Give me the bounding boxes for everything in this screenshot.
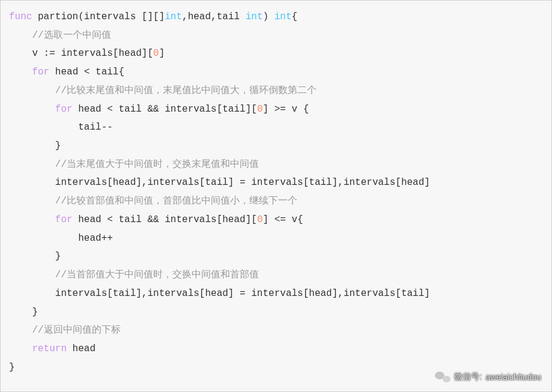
code-token-punct: partion(intervals [][] [32, 11, 165, 22]
code-token-type: int [246, 11, 263, 22]
code-line: } [9, 247, 543, 266]
code-token-ident: } [32, 307, 38, 318]
code-line: //比较首部值和中间值，首部值比中间值小，继续下一个 [9, 192, 543, 211]
code-line: //比较末尾值和中间值，末尾值比中间值大，循环倒数第二个 [9, 82, 543, 100]
code-token-ident: v := intervals[head][ [32, 48, 153, 59]
code-token-ident: head [67, 343, 96, 354]
code-token-punct: ,head,tail [182, 11, 246, 22]
code-block: func partion(intervals [][]int,head,tail… [0, 0, 552, 392]
code-token-comment: //当末尾值大于中间值时，交换末尾值和中间值 [55, 159, 259, 170]
code-token-kw: for [55, 214, 73, 225]
code-line: for head < tail{ [9, 63, 543, 82]
code-line: } [9, 137, 543, 155]
code-token-ident: intervals[tail],intervals[head] = interv… [55, 288, 430, 299]
code-token-type: int [165, 11, 182, 22]
code-token-ident: tail-- [78, 122, 113, 133]
watermark-label: 微信号: [454, 372, 482, 382]
wechat-icon [435, 370, 450, 384]
code-token-ident: intervals[head],intervals[tail] = interv… [55, 177, 430, 188]
code-line: //当首部值大于中间值时，交换中间值和首部值 [9, 266, 543, 285]
code-token-ident: } [9, 362, 15, 373]
code-line: tail-- [9, 118, 543, 137]
code-token-ident: } [55, 140, 61, 151]
code-lines: func partion(intervals [][]int,head,tail… [9, 8, 543, 376]
code-token-ident: ] [159, 48, 165, 59]
code-token-kw: for [32, 67, 49, 77]
code-token-kw: func [9, 11, 32, 22]
code-token-ident: ] >= v { [262, 104, 309, 115]
code-line: func partion(intervals [][]int,head,tail… [9, 8, 543, 26]
code-token-comment: //返回中间值的下标 [32, 325, 120, 336]
code-token-comment: //当首部值大于中间值时，交换中间值和首部值 [55, 270, 259, 280]
code-token-num: 0 [153, 48, 159, 59]
code-token-type: int [274, 11, 292, 22]
code-line: head++ [9, 229, 543, 248]
code-line: //当末尾值大于中间值时，交换末尾值和中间值 [9, 155, 543, 174]
code-line: v := intervals[head][0] [9, 44, 543, 63]
code-token-ident: ] <= v{ [262, 214, 303, 225]
code-token-ident: head < tail && intervals[tail][ [73, 104, 257, 115]
code-line: for head < tail && intervals[tail][0] >=… [9, 100, 543, 119]
code-token-kw: return [32, 343, 67, 354]
code-token-ident: head < tail && intervals[head][ [73, 214, 257, 225]
code-line: //选取一个中间值 [9, 26, 543, 45]
code-line: //返回中间值的下标 [9, 321, 543, 340]
code-line: intervals[head],intervals[tail] = interv… [9, 173, 543, 192]
code-token-kw: for [55, 104, 73, 115]
code-token-punct: { [292, 11, 298, 22]
watermark-value: aweiaichitudou [485, 372, 541, 382]
code-token-comment: //比较末尾值和中间值，末尾值比中间值大，循环倒数第二个 [55, 85, 317, 96]
code-token-ident: } [55, 251, 61, 262]
code-line: intervals[tail],intervals[head] = interv… [9, 285, 543, 303]
code-line: } [9, 303, 543, 322]
code-token-comment: //选取一个中间值 [32, 30, 111, 41]
code-token-ident: head++ [78, 233, 113, 244]
wechat-watermark: 微信号: aweiaichitudou [435, 370, 541, 384]
code-token-comment: //比较首部值和中间值，首部值比中间值小，继续下一个 [55, 196, 297, 207]
code-line: return head [9, 340, 543, 358]
code-line: for head < tail && intervals[head][0] <=… [9, 211, 543, 229]
code-token-punct: ) [263, 11, 274, 22]
code-token-ident: head < tail{ [49, 67, 124, 77]
